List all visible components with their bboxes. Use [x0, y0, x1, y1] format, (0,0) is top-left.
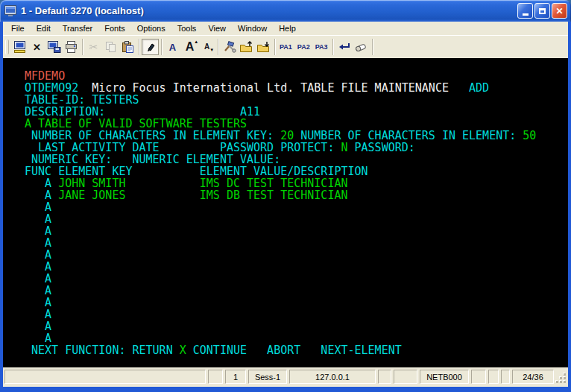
terminal-line: A [25, 309, 568, 320]
connect-session-button[interactable] [11, 39, 28, 55]
erase-icon [354, 42, 367, 52]
font-larger-button[interactable]: A▲ [181, 39, 198, 55]
font-select-icon: A [169, 42, 176, 52]
status-field-empty-10 [501, 370, 510, 384]
terminal-line: FUNC ELEMENT KEY ELEMENT VALUE/DESCRIPTI… [25, 165, 568, 177]
paste-button[interactable] [119, 39, 136, 55]
close-button[interactable]: ✕ [552, 3, 567, 19]
terminal-line: A [25, 225, 568, 237]
disconnect-button[interactable]: ✕ [28, 39, 45, 55]
terminal-line: MFDEMO [25, 70, 568, 82]
minimize-icon [523, 13, 529, 16]
toolbar-separator [218, 39, 218, 55]
terminal-line: A JANE JONES IMS DB TEST TECHNICIAN [25, 189, 568, 201]
status-field-empty-9 [488, 370, 499, 384]
menu-item-edit[interactable]: Edit [31, 22, 57, 35]
menu-item-file[interactable]: File [5, 22, 31, 35]
maximize-button[interactable] [534, 3, 550, 19]
pa2-button[interactable]: PA2 [295, 40, 312, 54]
settings-icon [223, 41, 236, 53]
print-icon [65, 41, 78, 53]
toolbar: ✕ ✂ [3, 35, 568, 58]
terminal-line: A [25, 249, 568, 261]
close-icon: ✕ [555, 7, 563, 16]
toolbar-separator [372, 39, 373, 55]
status-field-empty-0 [4, 370, 206, 384]
enter-icon [337, 42, 350, 51]
font-larger-icon: A▲ [186, 41, 195, 53]
terminal-line: A [25, 273, 568, 285]
status-field-empty-6 [394, 370, 417, 384]
pa3-button[interactable]: PA3 [313, 40, 330, 54]
pa1-button[interactable]: PA1 [277, 40, 294, 54]
status-field-24-36: 24/36 [512, 370, 554, 384]
send-file-button[interactable] [238, 39, 255, 55]
font-select-button[interactable]: A [164, 39, 181, 55]
font-smaller-button[interactable]: A▼ [198, 39, 215, 55]
toolbar-separator [139, 39, 139, 55]
terminal-line: A [25, 285, 568, 297]
menu-item-transfer[interactable]: Transfer [57, 22, 99, 35]
window-frame: FileEditTransferFontsOptionsToolsViewWin… [0, 22, 571, 392]
terminal-line: A [25, 320, 568, 332]
save-screen-button[interactable] [45, 39, 63, 55]
menu-item-options[interactable]: Options [131, 22, 171, 35]
cut-icon: ✂ [89, 42, 98, 52]
disconnect-icon: ✕ [33, 42, 41, 52]
copy-button[interactable] [102, 39, 119, 55]
status-bar: 1Sess-1127.0.0.1NETB00024/36 [3, 367, 568, 387]
light-pen-icon [145, 42, 156, 52]
terminal-line: NUMERIC KEY: NUMERIC ELEMENT VALUE: [25, 154, 568, 165]
terminal-line: A TABLE OF VALID SOFTWARE TESTERS [25, 118, 568, 130]
terminal-line: OTDEMO92 Micro Focus International Ltd. … [25, 82, 568, 94]
status-field-empty-1 [208, 370, 223, 384]
resize-grip[interactable] [556, 370, 567, 384]
pa-key-group: PA1PA2PA3 [277, 40, 330, 54]
toolbar-separator [274, 39, 275, 55]
menu-item-tools[interactable]: Tools [171, 22, 203, 35]
font-smaller-icon: A▼ [204, 43, 209, 51]
terminal-line: A [25, 297, 568, 309]
status-field-sess-1: Sess-1 [248, 370, 287, 384]
light-pen-toggle[interactable] [142, 39, 159, 55]
menu-item-view[interactable]: View [202, 22, 232, 35]
toolbar-separator [161, 39, 162, 55]
copy-icon [105, 41, 117, 53]
toolbar-separator [332, 39, 333, 55]
toolbar-separator [82, 39, 83, 55]
terminal-line: A [25, 261, 568, 273]
terminal-line: A [25, 201, 568, 213]
cut-button[interactable]: ✂ [85, 39, 102, 55]
receive-file-icon [256, 41, 271, 53]
send-file-icon [239, 41, 253, 53]
menu-bar: FileEditTransferFontsOptionsToolsViewWin… [3, 22, 568, 35]
terminal-line: A [25, 237, 568, 249]
status-field-empty-5 [378, 370, 391, 384]
status-field-empty-8 [471, 370, 486, 384]
terminal-screen[interactable]: MFDEMOOTDEMO92 Micro Focus International… [3, 58, 568, 367]
toolbar-grip[interactable] [5, 39, 9, 54]
emulator-window: 1 - Default 3270 (localhost) ✕ FileEditT… [0, 0, 571, 392]
erase-button[interactable] [353, 39, 370, 55]
menu-item-window[interactable]: Window [232, 22, 273, 35]
status-field-1: 1 [225, 370, 246, 384]
menu-item-fonts[interactable]: Fonts [98, 22, 131, 35]
status-field-netb000: NETB000 [420, 370, 469, 384]
minimize-button[interactable] [517, 3, 533, 19]
print-screen-button[interactable] [63, 39, 80, 55]
terminal-line: DESCRIPTION: A11 [25, 106, 568, 118]
terminal-line: A [25, 213, 568, 225]
title-bar[interactable]: 1 - Default 3270 (localhost) ✕ [0, 0, 571, 22]
receive-file-button[interactable] [255, 39, 272, 55]
enter-key-button[interactable] [335, 39, 353, 55]
settings-button[interactable] [221, 39, 238, 55]
window-title: 1 - Default 3270 (localhost) [21, 5, 516, 16]
paste-icon [122, 41, 134, 53]
maximize-icon [539, 8, 546, 14]
menu-item-help[interactable]: Help [273, 22, 302, 35]
connect-icon [13, 41, 27, 53]
terminal-line: NUMBER OF CHARACTERS IN ELEMENT KEY: 20 … [25, 130, 568, 142]
app-icon [4, 5, 17, 16]
terminal-line: NEXT FUNCTION: RETURN X CONTINUE ABORT N… [25, 344, 568, 356]
terminal-line: TABLE-ID: TESTERS [25, 94, 568, 106]
